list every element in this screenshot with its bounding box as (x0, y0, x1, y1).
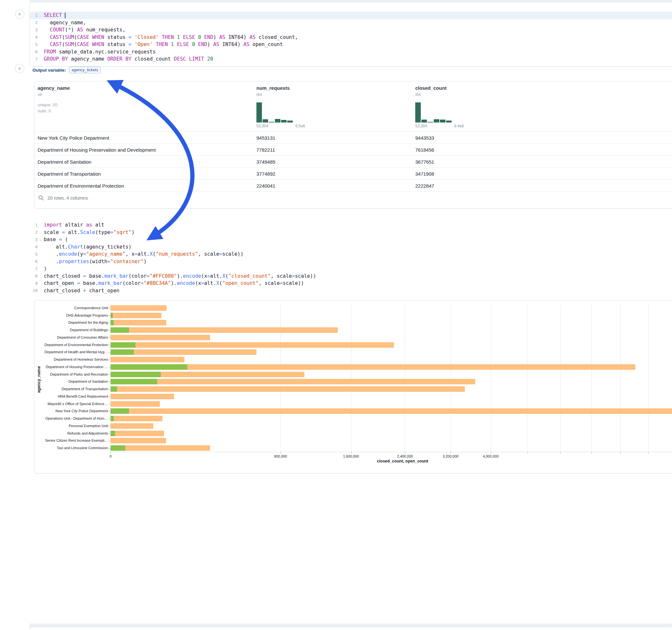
y-axis-label: Department of Consumer Affairs (38, 335, 108, 339)
closed-count-bar[interactable] (111, 364, 635, 370)
closed-count-bar[interactable] (111, 335, 210, 340)
collapse-chevron-icon[interactable]: ⌄ (38, 14, 43, 17)
y-axis-label: Mayorâ€ s Office of Special Enforce… (38, 402, 108, 406)
closed-count-bar[interactable] (111, 379, 475, 384)
y-axis-label: Department of Sanitation (38, 380, 108, 383)
open-count-bar[interactable] (111, 416, 114, 421)
open-count-bar[interactable] (111, 349, 134, 355)
closed-count-bar[interactable] (111, 394, 174, 399)
code-line[interactable]: 6 .properties(width="container") (30, 258, 672, 265)
collapse-chevron-icon[interactable]: ⌄ (38, 238, 43, 241)
open-count-bar[interactable] (111, 445, 125, 451)
column-unique-count: unique: 20 (38, 102, 57, 107)
code-text: chart_closed + chart_open (44, 288, 119, 294)
code-line[interactable]: 3 COUNT(*) AS num_requests, (30, 26, 672, 34)
cell-agency-name: Department of Housing Preservation and D… (38, 147, 155, 152)
closed-count-bar[interactable] (111, 416, 162, 421)
y-axis-label: Taxi and Limousine Commission (38, 446, 108, 450)
sql-code-editor[interactable]: 1⌄SELECT 2 agency_name,3 COUNT(*) AS num… (30, 12, 672, 63)
open-count-bar[interactable] (111, 342, 136, 348)
code-text: CAST(SUM(CASE WHEN status = 'Open' THEN … (44, 42, 283, 47)
code-line[interactable]: 5 CAST(SUM(CASE WHEN status = 'Open' THE… (30, 41, 672, 48)
histogram-bar (275, 119, 281, 122)
open-count-bar[interactable] (111, 313, 113, 318)
code-line[interactable]: 2 agency_name, (30, 19, 672, 27)
closed-count-bar[interactable] (111, 386, 465, 392)
code-line[interactable]: 1⌄SELECT (30, 12, 672, 19)
code-text: SELECT (44, 12, 66, 18)
code-text: chart_closed = base.mark_bar(color="#FFC… (44, 273, 316, 279)
code-line[interactable]: 7) (30, 265, 672, 272)
closed-count-bar[interactable] (111, 408, 672, 414)
code-line[interactable]: 1import altair as alt (30, 221, 672, 229)
column-header-num-requests[interactable]: num_requests i64 (257, 85, 290, 97)
line-number: 2 (30, 230, 38, 235)
code-line[interactable]: 8chart_closed = base.mark_bar(color="#FF… (30, 272, 672, 280)
code-line[interactable]: 5 .encode(y="agency_name", x=alt.X("num_… (30, 250, 672, 258)
code-line[interactable]: 4 CAST(SUM(CASE WHEN status = 'Closed' T… (30, 34, 672, 41)
cell-closed-count: 3471908 (415, 171, 434, 176)
code-line[interactable]: 9chart_open = base.mark_bar(color="#8BC3… (30, 280, 672, 287)
y-axis-label: Department of Transportation (38, 387, 108, 391)
closed-count-bar[interactable] (111, 423, 153, 429)
add-cell-button[interactable]: + (15, 9, 24, 19)
closed-count-bar[interactable] (111, 401, 160, 407)
code-line[interactable]: 6FROM sample_data.nyc.service_requests (30, 48, 672, 56)
code-line[interactable]: 10chart_closed + chart_open (30, 287, 672, 295)
code-line[interactable]: 7GROUP BY agency_name ORDER BY closed_co… (30, 55, 672, 63)
add-cell-button[interactable]: + (15, 64, 24, 73)
chart-gridline (351, 304, 352, 452)
closed-count-bar[interactable] (111, 305, 167, 311)
column-null-count: nulls: 0 (38, 108, 51, 114)
chart-panel: agency_name closed_count, open_count 080… (34, 300, 672, 474)
x-axis-label: 3,200,000 (442, 454, 458, 458)
table-row[interactable]: Department of Transportation377489234719… (34, 167, 672, 179)
column-name: num_requests (257, 85, 290, 91)
output-variable-row: Output variable: agency_tickets (32, 67, 101, 73)
chart-gridline (491, 304, 491, 452)
chart-gridline (111, 304, 111, 452)
closed-count-bar[interactable] (111, 445, 210, 451)
line-number: 2 (30, 20, 38, 25)
open-count-bar[interactable] (111, 408, 129, 414)
code-line[interactable]: 2scale = alt.Scale(type="sqrt") (30, 229, 672, 236)
code-line[interactable]: 4 alt.Chart(agency_tickets) (30, 243, 672, 251)
column-header-closed-count[interactable]: closed_count i64 (415, 85, 447, 97)
column-header-agency-name[interactable]: agency_name str (38, 85, 70, 97)
num-requests-histogram[interactable] (257, 102, 305, 122)
closed-count-bar[interactable] (111, 431, 164, 436)
closed-count-bar[interactable] (111, 313, 162, 318)
line-number: 8 (30, 273, 38, 278)
table-row[interactable]: Department of Housing Preservation and D… (34, 143, 672, 155)
next-cell-edge (29, 627, 672, 630)
code-line[interactable]: 3⌄base = ( (30, 236, 672, 243)
table-row[interactable]: Department of Environmental Protection22… (34, 179, 672, 192)
column-type: i64 (415, 92, 447, 97)
open-count-bar[interactable] (111, 320, 114, 325)
search-icon[interactable] (38, 195, 44, 201)
open-count-bar[interactable] (111, 364, 187, 370)
chart-gridline (591, 304, 592, 452)
open-count-bar[interactable] (111, 386, 117, 392)
table-row[interactable]: New York City Police Department945313194… (34, 131, 672, 144)
open-count-bar[interactable] (111, 327, 129, 333)
closed-count-histogram[interactable] (415, 102, 464, 122)
closed-count-bar[interactable] (111, 327, 338, 333)
cell-agency-name: Department of Sanitation (38, 159, 91, 164)
closed-count-bar[interactable] (111, 320, 166, 325)
line-number: 7 (30, 266, 38, 271)
line-number: 9 (30, 281, 38, 286)
open-count-bar[interactable] (111, 372, 161, 377)
histogram-max: 9.5e6 (295, 124, 305, 128)
python-code-editor[interactable]: 1import altair as alt2scale = alt.Scale(… (30, 221, 672, 294)
open-count-bar[interactable] (111, 379, 157, 384)
code-text: COUNT(*) AS num_requests, (44, 27, 125, 33)
closed-count-bar[interactable] (111, 357, 185, 362)
histogram-max: 9.4e6 (454, 124, 464, 128)
closed-count-bar[interactable] (111, 438, 166, 443)
open-count-bar[interactable] (111, 431, 115, 436)
output-variable-chip[interactable]: agency_tickets (69, 67, 101, 73)
table-row[interactable]: Department of Sanitation37494853677651 (34, 155, 672, 168)
cell-closed-count: 2222847 (415, 183, 434, 188)
closed-count-bar[interactable] (111, 342, 394, 348)
